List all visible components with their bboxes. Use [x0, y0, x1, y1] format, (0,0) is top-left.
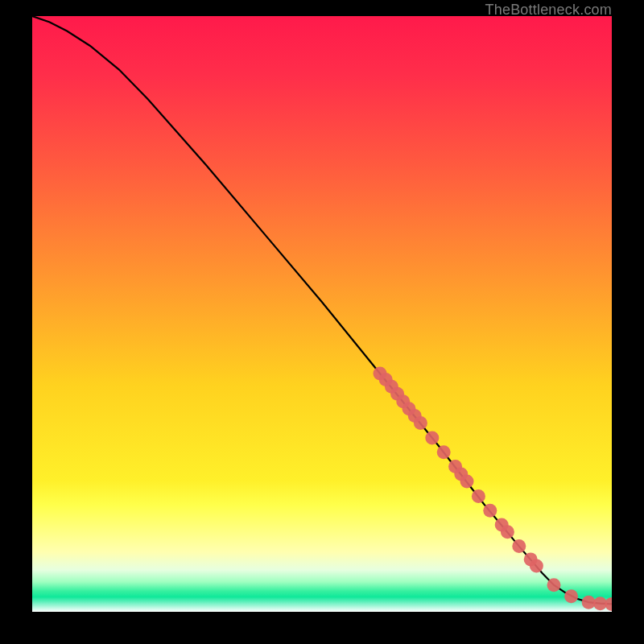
marker-point [530, 559, 543, 573]
marker-point [483, 504, 497, 518]
marker-point [512, 539, 526, 553]
marker-point [460, 474, 474, 488]
background-gradient [32, 16, 612, 612]
marker-point [501, 525, 514, 539]
marker-point [425, 431, 439, 444]
marker-point [547, 578, 561, 592]
marker-point [582, 596, 596, 609]
marker-point [414, 416, 427, 430]
marker-point [437, 445, 451, 459]
chart-container: TheBottleneck.com [0, 0, 644, 644]
plot-area [32, 16, 612, 612]
chart-svg [32, 16, 612, 612]
marker-point [564, 589, 578, 603]
marker-point [472, 489, 485, 503]
